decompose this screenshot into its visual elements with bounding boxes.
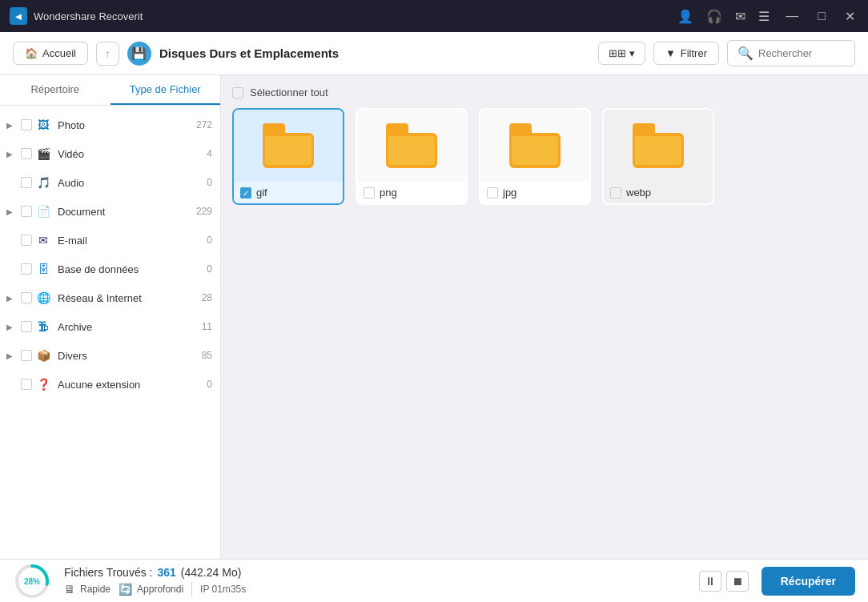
audio-label: Audio (58, 177, 203, 189)
close-button[interactable]: ✕ (842, 7, 858, 26)
video-checkbox[interactable] (21, 148, 32, 159)
database-label: Base de données (58, 263, 203, 275)
sidebar-items: ▶ 🖼 Photo 272 ▶ 🎬 Vidéo 4 ▶ (0, 106, 220, 559)
menu-icon[interactable]: ☰ (758, 9, 770, 24)
network-icon: 🌐 (35, 290, 51, 306)
recover-button[interactable]: Récupérer (762, 567, 855, 596)
files-found-row: Fichiers Trouvés : 361 (442.24 Mo) (64, 566, 686, 579)
expand-icon: ▶ (6, 294, 18, 303)
sidebar-item-noext[interactable]: ▶ ❓ Aucune extension 0 (0, 370, 220, 399)
home-button[interactable]: 🏠 Accueil (13, 42, 88, 65)
noext-label: Aucune extension (58, 379, 203, 391)
email-icon: ✉ (35, 232, 51, 248)
mail-icon[interactable]: ✉ (735, 9, 745, 24)
email-count: 0 (207, 235, 212, 246)
filter-label: Filtrer (681, 47, 707, 59)
expand-icon: ▶ (6, 150, 18, 159)
document-label: Document (58, 206, 193, 218)
stop-button[interactable]: ⏹ (726, 571, 749, 592)
photo-count: 272 (196, 119, 212, 130)
sidebar-item-database[interactable]: ▶ 🗄 Base de données 0 (0, 255, 220, 283)
grid-icon: ⊞⊞ (609, 47, 626, 59)
noext-checkbox[interactable] (21, 379, 32, 390)
tab-type-fichier[interactable]: Type de Fichier (111, 75, 221, 105)
file-card-footer-webp: webp (604, 182, 713, 203)
title-bar-controls: 👤 🎧 ✉ ☰ — □ ✕ (677, 7, 858, 26)
email-checkbox[interactable] (21, 235, 32, 246)
sidebar-item-network[interactable]: ▶ 🌐 Réseau & Internet 28 (0, 283, 220, 312)
photo-checkbox[interactable] (21, 119, 32, 130)
archive-checkbox[interactable] (21, 321, 32, 332)
divers-icon: 📦 (35, 347, 51, 363)
tab-repertoire[interactable]: Répertoire (0, 75, 111, 105)
scan-status-row: 🖥 Rapide 🔄 Approfondi IP 01m35s (64, 582, 686, 596)
network-label: Réseau & Internet (58, 292, 199, 304)
video-label: Vidéo (58, 148, 203, 160)
mode2-label: Approfondi (137, 584, 183, 595)
file-card-footer-gif: ✓ gif (234, 182, 343, 203)
search-icon: 🔍 (737, 46, 753, 61)
network-checkbox[interactable] (21, 292, 32, 303)
files-found-label: Fichiers Trouvés : (64, 566, 152, 579)
filter-button[interactable]: ▼ Filtrer (653, 42, 719, 65)
sidebar-item-photo[interactable]: ▶ 🖼 Photo 272 (0, 110, 220, 139)
back-button[interactable]: ↑ (96, 42, 119, 66)
app-logo: ◄ (10, 7, 27, 25)
file-card-webp[interactable]: webp (602, 108, 714, 205)
file-card-gif[interactable]: ✓ gif (232, 108, 344, 205)
divers-checkbox[interactable] (21, 350, 32, 361)
sidebar-item-archive[interactable]: ▶ 🗜 Archive 11 (0, 312, 220, 341)
sidebar-item-divers[interactable]: ▶ 📦 Divers 85 (0, 341, 220, 370)
status-info: Fichiers Trouvés : 361 (442.24 Mo) 🖥 Rap… (64, 566, 686, 596)
divider (191, 582, 192, 596)
view-toggle-button[interactable]: ⊞⊞ ▾ (598, 42, 645, 65)
sidebar-item-email[interactable]: ▶ ✉ E-mail 0 (0, 226, 220, 255)
folder-icon-webp (604, 110, 713, 182)
sidebar: Répertoire Type de Fichier ▶ 🖼 Photo 272… (0, 75, 221, 559)
select-all-row: Sélectionner tout (232, 86, 857, 98)
png-checkbox[interactable] (364, 187, 375, 199)
minimize-button[interactable]: — (782, 7, 802, 25)
search-box[interactable]: 🔍 (727, 40, 855, 66)
search-input[interactable] (758, 47, 845, 59)
sidebar-item-audio[interactable]: ▶ 🎵 Audio 0 (0, 168, 220, 197)
status-bar: 28% Fichiers Trouvés : 361 (442.24 Mo) 🖥… (0, 559, 868, 602)
files-count: 361 (157, 566, 175, 579)
document-checkbox[interactable] (21, 206, 32, 217)
progress-label: 28% (24, 576, 40, 585)
app-window: 🏠 Accueil ↑ 💾 Disques Durs et Emplacemen… (0, 32, 868, 602)
photo-icon: 🖼 (35, 117, 51, 133)
location-icon: 💾 (127, 42, 151, 66)
file-grid: ✓ gif p (232, 108, 857, 205)
webp-name: webp (626, 187, 651, 199)
sidebar-item-video[interactable]: ▶ 🎬 Vidéo 4 (0, 139, 220, 168)
webp-checkbox[interactable] (610, 187, 621, 199)
network-count: 28 (202, 292, 212, 303)
jpg-checkbox[interactable] (487, 187, 498, 199)
location-bar: 💾 Disques Durs et Emplacements (127, 42, 590, 66)
document-count: 229 (196, 206, 212, 217)
sidebar-item-document[interactable]: ▶ 📄 Document 229 (0, 197, 220, 226)
file-card-png[interactable]: png (356, 108, 468, 205)
photo-label: Photo (58, 119, 193, 131)
gif-checkbox[interactable]: ✓ (240, 187, 251, 199)
maximize-button[interactable]: □ (814, 7, 829, 25)
expand-icon: ▶ (6, 323, 18, 331)
audio-checkbox[interactable] (21, 177, 32, 188)
select-all-checkbox[interactable] (232, 87, 243, 98)
toolbar: 🏠 Accueil ↑ 💾 Disques Durs et Emplacemen… (0, 32, 868, 75)
database-icon: 🗄 (35, 261, 51, 277)
database-count: 0 (207, 263, 212, 275)
pause-button[interactable]: ⏸ (699, 571, 721, 592)
sidebar-tabs: Répertoire Type de Fichier (0, 75, 220, 106)
file-card-footer-png: png (357, 182, 466, 203)
database-checkbox[interactable] (21, 263, 32, 275)
noext-count: 0 (207, 379, 212, 390)
user-icon[interactable]: 👤 (677, 9, 693, 24)
file-card-jpg[interactable]: jpg (479, 108, 591, 205)
headset-icon[interactable]: 🎧 (706, 9, 722, 24)
document-icon: 📄 (35, 203, 51, 219)
expand-icon: ▶ (6, 351, 18, 360)
archive-count: 11 (202, 321, 212, 332)
app-title: Wondershare Recoverit (34, 10, 143, 22)
